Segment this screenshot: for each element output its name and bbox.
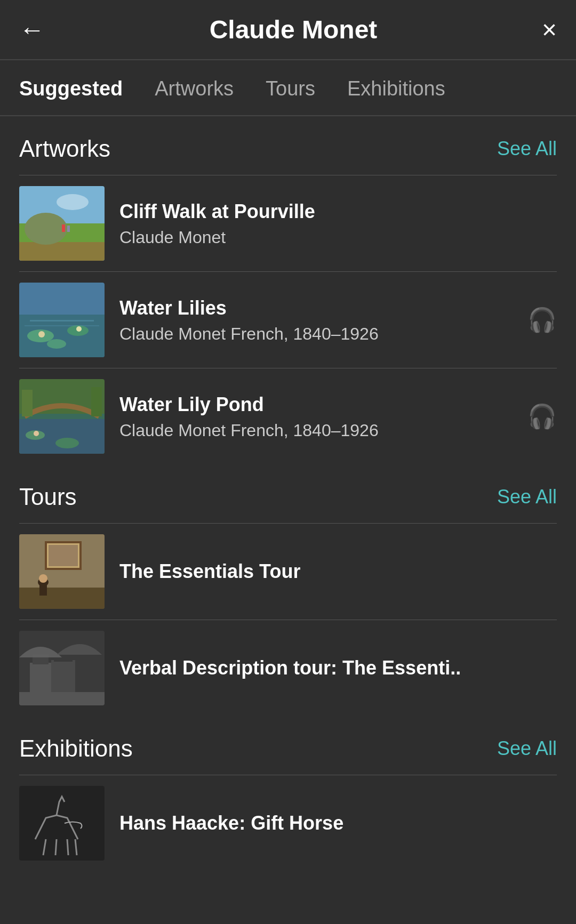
list-item[interactable]: Water Lilies Claude Monet French, 1840–1…: [19, 271, 557, 368]
header: ← Claude Monet ×: [0, 0, 576, 60]
svg-line-40: [55, 839, 57, 855]
artwork-subtitle: Claude Monet French, 1840–1926: [119, 421, 513, 440]
exhibitions-see-all[interactable]: See All: [497, 737, 557, 760]
svg-point-11: [47, 339, 66, 349]
svg-point-13: [76, 326, 82, 332]
artwork-title: Water Lily Pond: [119, 392, 513, 417]
tour-info-essentials: The Essentials Tour: [119, 559, 557, 584]
artworks-see-all[interactable]: See All: [497, 138, 557, 160]
svg-point-3: [25, 213, 67, 245]
svg-point-12: [38, 331, 45, 338]
artwork-thumbnail-cliff-walk: [19, 186, 105, 261]
artwork-subtitle: Claude Monet French, 1840–1926: [119, 324, 513, 344]
tours-see-all[interactable]: See All: [497, 486, 557, 508]
svg-point-4: [57, 194, 89, 210]
audio-icon: 🎧: [527, 403, 557, 430]
svg-rect-30: [39, 585, 47, 596]
tour-thumbnail-verbal: [19, 631, 105, 705]
artwork-thumbnail-water-lilies: [19, 283, 105, 357]
tab-exhibitions[interactable]: Exhibitions: [347, 60, 445, 115]
tour-title: Verbal Description tour: The Essenti..: [119, 656, 557, 681]
svg-rect-22: [22, 390, 33, 416]
page-title: Claude Monet: [210, 15, 378, 44]
svg-rect-14: [30, 320, 94, 322]
tour-thumbnail-essentials: [19, 534, 105, 609]
tab-artworks[interactable]: Artworks: [155, 60, 234, 115]
tours-section-header: Tours See All: [19, 464, 557, 523]
tab-suggested[interactable]: Suggested: [19, 60, 123, 115]
tabs-bar: Suggested Artworks Tours Exhibitions: [0, 60, 576, 116]
artwork-title: Water Lilies: [119, 296, 513, 321]
list-item[interactable]: Water Lily Pond Claude Monet French, 184…: [19, 368, 557, 464]
tour-info-verbal: Verbal Description tour: The Essenti..: [119, 656, 557, 681]
artwork-info-cliff-walk: Cliff Walk at Pourville Claude Monet: [119, 199, 557, 247]
svg-rect-27: [49, 545, 78, 566]
exhibitions-section-header: Exhibitions See All: [19, 716, 557, 775]
list-item[interactable]: The Essentials Tour: [19, 523, 557, 620]
svg-rect-2: [19, 242, 105, 261]
close-button[interactable]: ×: [542, 17, 557, 43]
svg-rect-6: [67, 226, 70, 232]
svg-line-41: [67, 839, 68, 855]
svg-rect-5: [62, 224, 65, 232]
artwork-info-water-lilies: Water Lilies Claude Monet French, 1840–1…: [119, 296, 513, 344]
exhibition-title: Hans Haacke: Gift Horse: [119, 811, 557, 836]
exhibition-thumbnail-hans-haacke: [19, 786, 105, 861]
artwork-info-water-lily-pond: Water Lily Pond Claude Monet French, 184…: [119, 392, 513, 440]
svg-point-31: [39, 574, 47, 583]
list-item[interactable]: Hans Haacke: Gift Horse: [19, 775, 557, 871]
artwork-subtitle: Claude Monet: [119, 228, 557, 247]
svg-rect-15: [25, 325, 99, 326]
list-item[interactable]: Verbal Description tour: The Essenti..: [19, 620, 557, 716]
artwork-title: Cliff Walk at Pourville: [119, 199, 557, 224]
tour-title: The Essentials Tour: [119, 559, 557, 584]
svg-rect-37: [19, 692, 105, 705]
exhibitions-section-title: Exhibitions: [19, 735, 133, 762]
back-button[interactable]: ←: [19, 17, 45, 43]
exhibition-info-hans-haacke: Hans Haacke: Gift Horse: [119, 811, 557, 836]
artworks-section-header: Artworks See All: [19, 116, 557, 175]
audio-icon: 🎧: [527, 306, 557, 334]
tab-tours[interactable]: Tours: [266, 60, 315, 115]
artwork-thumbnail-water-lily-pond: [19, 379, 105, 454]
svg-rect-23: [91, 387, 102, 416]
svg-point-20: [55, 438, 79, 448]
artworks-section: Artworks See All Cliff Walk at Pourville…: [0, 116, 576, 464]
exhibitions-section: Exhibitions See All Hans Haacke: Gift Ho…: [0, 716, 576, 871]
svg-rect-28: [19, 588, 105, 609]
list-item[interactable]: Cliff Walk at Pourville Claude Monet: [19, 175, 557, 271]
artworks-section-title: Artworks: [19, 135, 110, 162]
tours-section-title: Tours: [19, 484, 77, 510]
tours-section: Tours See All The Essentials Tour: [0, 464, 576, 716]
svg-point-21: [34, 431, 39, 436]
